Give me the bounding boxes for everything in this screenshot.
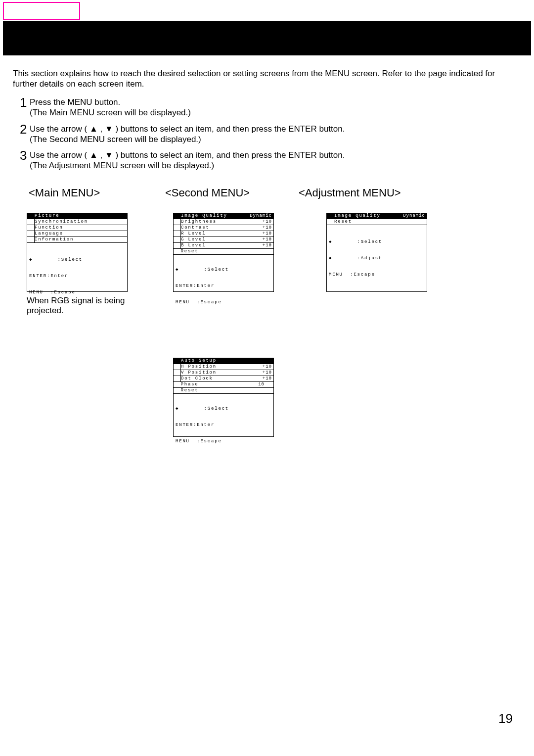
step-text: Use the arrow ( ▲ , ▼ ) buttons to selec… (30, 124, 345, 134)
osd-header: Auto Setup (181, 358, 274, 364)
crop-mark-box (3, 2, 80, 20)
osd-hint: ◆ :Select (29, 257, 126, 263)
osd-row: V Position+10 (181, 370, 274, 376)
osd-header: Image QualityDynamic (334, 213, 427, 219)
osd-row: Function (35, 225, 128, 231)
heading-main: <Main MENU> (29, 186, 100, 200)
page-number: 19 (498, 710, 513, 727)
steps-list: 1 Press the MENU button. (The Main MENU … (20, 92, 514, 171)
osd-hint: ◆ :Select (329, 239, 426, 245)
osd-hint: MENU :Escape (329, 272, 426, 278)
osd-row: Dot Clock+10 (181, 376, 274, 382)
osd-hint: ENTER:Enter (29, 274, 126, 279)
osd-row: B Level+10 (181, 243, 274, 249)
osd-hint: ENTER:Enter (176, 423, 272, 428)
osd-hint: MENU :Escape (29, 290, 126, 295)
osd-row: Information (35, 237, 128, 243)
osd-hint: MENU :Escape (176, 439, 272, 444)
step-text: Press the MENU button. (30, 97, 120, 107)
osd-row: Language (35, 231, 128, 237)
title-black-bar (3, 21, 531, 55)
osd-main-menu: Picture Synchronization Function Languag… (27, 213, 128, 292)
step-number: 2 (20, 121, 30, 138)
osd-row: R Level+10 (181, 231, 274, 237)
osd-second-bottom: Auto Setup H Position+10 V Position+10 D… (173, 358, 274, 437)
osd-hint: ENTER:Enter (176, 284, 272, 289)
osd-row: H Position+10 (181, 364, 274, 370)
step-number: 1 (20, 94, 30, 111)
caption-main: When RGB signal is being projected. (27, 296, 128, 316)
osd-row: Reset (334, 219, 427, 225)
osd-second-top: Image QualityDynamic Brightness+10 Contr… (173, 213, 274, 292)
heading-adjust: <Adjustment MENU> (299, 186, 401, 200)
intro-text: This section explains how to reach the d… (13, 68, 512, 90)
osd-hint: ◆ :Select (176, 406, 272, 412)
osd-hint: ◆ :Adjust (329, 256, 426, 261)
osd-row: Reset (181, 388, 274, 394)
osd-header: Image QualityDynamic (181, 213, 274, 219)
step-text: (The Second MENU screen will be displaye… (30, 135, 201, 144)
step-text: (The Main MENU screen will be displayed.… (30, 108, 191, 117)
osd-row: Reset (181, 249, 274, 255)
osd-row: G Level+10 (181, 237, 274, 243)
step-text: Use the arrow ( ▲ , ▼ ) buttons to selec… (30, 150, 345, 160)
step-number: 3 (20, 147, 30, 164)
step-text: (The Adjustment MENU screen will be disp… (30, 161, 214, 170)
osd-hint: MENU :Escape (176, 300, 272, 305)
osd-hint: ◆ :Select (176, 267, 272, 273)
osd-row: Picture (35, 213, 128, 219)
osd-adjustment: Image QualityDynamic Reset ◆ :Select ◆ :… (326, 213, 427, 292)
osd-row: Synchronization (35, 219, 128, 225)
osd-row: Phase10 (181, 382, 274, 388)
osd-row: Brightness+10 (181, 219, 274, 225)
heading-second: <Second MENU> (165, 186, 250, 200)
osd-row: Contrast+10 (181, 225, 274, 231)
